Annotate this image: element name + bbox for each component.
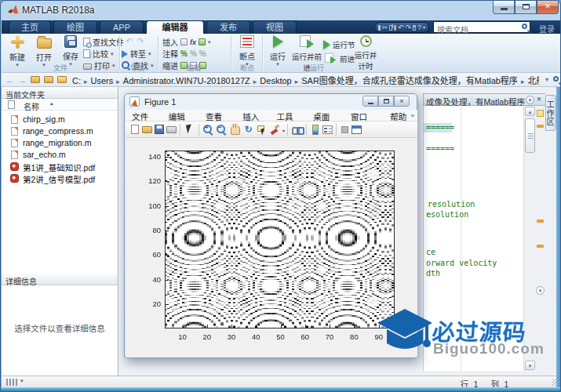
figure-titlebar[interactable]: Figure 1 × (125, 94, 417, 110)
compare-button[interactable]: 比较▾ (83, 49, 114, 59)
qat-undo-icon[interactable]: ↶ (398, 23, 404, 32)
qat-dropdown-icon[interactable]: ▾ (423, 23, 425, 32)
lint-warning-marker[interactable] (537, 125, 544, 128)
insert-colorbar-icon[interactable] (312, 125, 319, 135)
insert-section-icon[interactable] (180, 38, 188, 45)
tab-view[interactable]: 视图 (253, 20, 297, 34)
goto-button[interactable]: 转至▾ (122, 49, 151, 59)
qat-window-icon[interactable] (413, 25, 416, 31)
brush-icon[interactable]: ▾ (269, 124, 281, 136)
editor-tab-close-icon[interactable]: × (537, 95, 541, 103)
rotate-3d-icon[interactable]: ↻ (242, 124, 254, 136)
crumb-users[interactable]: Users (81, 76, 113, 85)
menu-insert[interactable]: 插入(I) (242, 111, 266, 121)
statusbar-caret-icon[interactable]: ▾ (20, 378, 24, 384)
minimize-button[interactable] (493, 1, 515, 14)
comment-icon[interactable]: % (180, 49, 188, 58)
crumb-sar-folder[interactable]: SAR图像处理，合成孔径雷达成像及处理，有Matlab程序 (292, 76, 518, 85)
crumb-beihang[interactable]: 北航 (518, 76, 539, 85)
scroll-up-icon[interactable]: ▴ (525, 107, 535, 116)
file-row[interactable]: chirp_sig.m (2, 114, 118, 125)
menu-tools[interactable]: 工具(T) (277, 111, 304, 121)
editor-tab-menu-icon[interactable]: ▾ (526, 96, 534, 104)
comment-row[interactable]: 注释%%% (162, 49, 206, 59)
tab-editor[interactable]: 编辑器 (146, 20, 204, 34)
data-cursor-icon[interactable] (256, 124, 268, 136)
menu-file[interactable]: 文件(F) (132, 111, 158, 121)
browse-folder-icon[interactable] (44, 76, 53, 83)
editor-tab[interactable]: 成像及处理，有Matlab程序\... ▾ × (423, 93, 545, 106)
qat-paste-icon[interactable] (394, 25, 396, 31)
find-files-button[interactable]: 查找文件 (83, 37, 124, 47)
new-figure-icon[interactable] (131, 125, 139, 134)
details-header[interactable]: 详细信息 (2, 274, 118, 285)
hide-plot-tools-icon[interactable] (341, 126, 348, 133)
save-figure-icon[interactable] (155, 125, 164, 134)
figure-window[interactable]: Figure 1 × 文件(F) 编辑(E) 查看(V) 插入(I) 工具(T)… (124, 93, 417, 358)
qat-save-icon[interactable] (378, 25, 381, 31)
qat-help-icon[interactable]: ? (417, 23, 421, 32)
scrollbar-thumb[interactable] (525, 118, 535, 153)
current-folder-header[interactable]: 当前文件夹 (2, 87, 118, 99)
figure-close-button[interactable]: × (394, 96, 410, 107)
main-titlebar[interactable]: MATLAB R2018a × (1, 1, 561, 20)
print-button[interactable]: 打印▾ (83, 60, 115, 71)
address-dropdown-icon[interactable]: ▾ (545, 76, 548, 83)
annotation-menu-icon[interactable]: ▾ (536, 286, 545, 295)
maximize-button[interactable] (515, 1, 537, 14)
figure-minimize-button[interactable] (362, 96, 378, 107)
file-row[interactable]: range_compress.m (2, 125, 118, 137)
menu-window[interactable]: 窗口(W) (351, 111, 380, 121)
link-plots-icon[interactable] (291, 124, 303, 136)
qat-cut-icon[interactable]: ✂ (382, 23, 388, 32)
run-section-button[interactable]: 运行节 (323, 39, 355, 49)
plot-axes[interactable] (165, 151, 395, 328)
search-icon[interactable] (522, 24, 527, 29)
signin-link[interactable]: 登录 (539, 23, 555, 34)
new-script-button[interactable]: 新建▾ (5, 35, 30, 70)
tab-home[interactable]: 主页 (9, 20, 51, 34)
wrap-comment-icon[interactable]: % (199, 49, 206, 58)
tab-plots[interactable]: 绘图 (53, 20, 97, 34)
menu-desktop[interactable]: 桌面(D) (313, 111, 341, 121)
close-button[interactable]: × (537, 1, 559, 14)
dock-figure-icon[interactable] (352, 125, 362, 134)
contour-plot[interactable] (166, 151, 394, 328)
address-search-icon[interactable] (553, 76, 559, 82)
print-figure-icon[interactable] (166, 126, 177, 133)
tab-publish[interactable]: 发布 (206, 20, 250, 34)
file-row[interactable]: 第2讲_信号模型.pdf (2, 172, 118, 184)
crumb-desktop[interactable]: Desktop (250, 76, 292, 85)
doc-search-box[interactable] (433, 21, 530, 33)
file-row[interactable]: 第1讲_基础知识.pdf (2, 161, 118, 172)
back-forward-icons[interactable]: ↶ ↷ (126, 36, 145, 46)
menu-edit[interactable]: 编辑(E) (169, 111, 195, 121)
insert-legend-icon[interactable] (322, 125, 333, 134)
lint-warning-marker[interactable] (537, 220, 544, 223)
lint-warning-marker[interactable] (537, 245, 544, 248)
forward-icon[interactable]: → (18, 75, 27, 85)
run-time-button[interactable]: 运行并计时 (352, 35, 380, 70)
open-file-icon[interactable] (142, 126, 152, 133)
menu-view[interactable]: 查看(V) (206, 111, 232, 121)
pan-hand-icon[interactable] (229, 124, 241, 136)
qat-copy-icon[interactable] (389, 25, 392, 31)
run-button[interactable]: 运行▾ (265, 35, 290, 70)
file-row[interactable]: sar_echo.m (2, 149, 118, 161)
insert-row[interactable]: 插入fx▾ (162, 37, 211, 47)
name-column-header[interactable]: 名称 ▴ (2, 99, 118, 111)
breadcrumb[interactable]: C:UsersAdministrator.WIN7U-20180127ZDesk… (72, 74, 539, 86)
insert-image-icon[interactable] (199, 38, 206, 45)
figure-maximize-button[interactable] (378, 96, 394, 107)
menubar-overflow-icon[interactable]: » (411, 112, 414, 119)
uncomment-icon[interactable]: % (190, 49, 197, 58)
zoom-out-icon[interactable]: − (216, 124, 228, 136)
qat-redo-icon[interactable]: ↷ (405, 23, 411, 32)
workspace-minimized-tab[interactable]: 工作区 (545, 95, 556, 131)
crumb-drive[interactable]: C: (72, 76, 81, 85)
zoom-in-icon[interactable]: + (202, 124, 214, 136)
tab-apps[interactable]: APP (100, 20, 144, 34)
up-folder-icon[interactable] (31, 76, 40, 83)
file-row[interactable]: range_migration.m (2, 137, 118, 149)
insert-fx-icon[interactable]: fx (190, 38, 196, 46)
